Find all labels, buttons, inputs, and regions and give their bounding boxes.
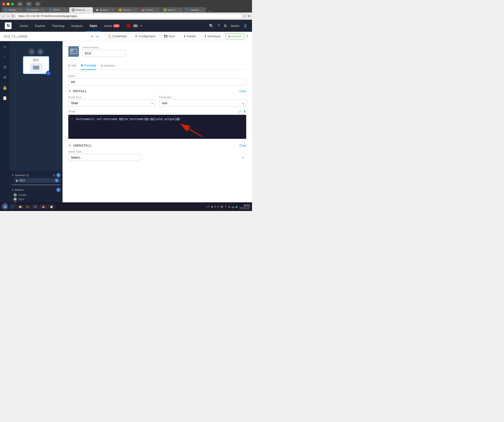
save-button[interactable]: 💾 Save (161, 33, 178, 39)
maximize-window-button[interactable] (11, 3, 14, 6)
service-name-input[interactable] (82, 50, 126, 57)
tab-service[interactable]: Service (101, 62, 114, 69)
tab-nutanix-2[interactable]: 🌐 Nutani... ✕ (24, 7, 46, 13)
user-name[interactable]: Martin (231, 24, 239, 28)
taskbar-icon-1[interactable]: 🖥 (211, 205, 213, 208)
action-create[interactable]: Create (12, 193, 61, 197)
nav-explore[interactable]: Explore (32, 20, 49, 32)
tab-close-3[interactable]: ✕ (64, 9, 66, 11)
services-list-icon[interactable]: ☰ (53, 174, 55, 177)
add-action-button[interactable]: + (56, 188, 61, 192)
tab-blueprint[interactable]: 🔲 Bluepri... ✕ (93, 7, 116, 13)
sidebar-icon-grid[interactable]: ⊞ (2, 64, 7, 70)
sidebar-icon-settings[interactable]: ⚙ (2, 74, 7, 81)
service-delete-button[interactable]: 🗑 (37, 48, 44, 55)
launch-button[interactable]: ▶ Launch (226, 33, 244, 39)
taskbar-icon-4[interactable]: 📷 (220, 205, 223, 208)
nav-alerts[interactable]: Alerts 286 (101, 20, 123, 32)
close-window-button[interactable] (2, 3, 5, 6)
panel-resize-handle[interactable]: ⋮ (57, 102, 63, 109)
taskbar-chrome[interactable]: ◎ (32, 204, 39, 209)
start-button[interactable]: ⊞ (2, 203, 9, 210)
tab-prism[interactable]: 🔲 Prism C... ✕ (69, 7, 93, 13)
action-start[interactable]: ▶ Start (12, 197, 61, 201)
add-service-button[interactable]: + (56, 173, 61, 177)
help-icon[interactable]: ? (218, 24, 220, 28)
service-copy-button[interactable]: ⧉ (28, 48, 35, 55)
tab-close-7[interactable]: ✕ (157, 9, 158, 11)
configuration-button[interactable]: ⚙ Configuration (132, 33, 159, 39)
browser-menu-button[interactable]: ≡ (248, 14, 250, 18)
credential-select[interactable]: root (159, 100, 246, 107)
credentials-button[interactable]: 📋 Credentials (105, 33, 130, 39)
taskbar-icon-5[interactable]: ❓ (224, 205, 227, 208)
tab-martin[interactable]: 🐙 martin... ✕ (139, 7, 161, 13)
addr-back-button[interactable]: ← (2, 14, 5, 18)
nav-planning[interactable]: Planning (49, 20, 68, 32)
download-button[interactable]: ⬇ Download (201, 33, 223, 39)
bookmark-button[interactable]: ☆ (243, 14, 246, 18)
tab-close-4[interactable]: ✕ (88, 9, 90, 11)
search-icon[interactable]: 🔍 (209, 24, 214, 28)
ec2-list-item[interactable]: ▶ EC2 + (14, 178, 61, 183)
sidebar-icon-docs[interactable]: 📋 (1, 95, 8, 101)
help-button[interactable]: ? (246, 34, 248, 38)
undo-button[interactable]: ↩ (91, 34, 94, 38)
actions-section-header[interactable]: ▼ Actions + (12, 187, 61, 193)
sidebar-icon-share[interactable]: ⑂ (3, 54, 7, 60)
taskbar-icon-8[interactable]: 🔊 (235, 205, 238, 208)
taskbar-icon-2[interactable]: 奥 (214, 205, 216, 208)
tab-close-8[interactable]: ✕ (179, 9, 181, 11)
tab-lamp[interactable]: 🟩 lamp c... ✕ (161, 7, 183, 13)
nav-analysis[interactable]: Analysis (68, 20, 86, 32)
sidebar-icon-lock[interactable]: 🔒 (1, 84, 8, 91)
taskbar-icon-3[interactable]: 英 (217, 205, 219, 208)
uninstall-script-type-select[interactable]: Select... (68, 154, 140, 161)
addr-forward-button[interactable]: → (7, 14, 10, 18)
taskbar-firefox[interactable]: 🦊 (40, 205, 47, 209)
tab-close-2[interactable]: ✕ (42, 9, 44, 11)
taskbar-folder[interactable]: 📁 (17, 205, 24, 209)
back-button[interactable]: ⬅ (17, 2, 23, 6)
tab-apac[interactable]: 🌐 APAC-... ✕ (47, 7, 69, 13)
tab-package[interactable]: Package (81, 62, 96, 70)
tab-close-1[interactable]: ✕ (19, 9, 21, 11)
services-section-header[interactable]: ▼ Services (1) ☰ + (12, 172, 61, 178)
tab-amazon[interactable]: 🟠 Amazo... ✕ (116, 7, 139, 13)
name-input[interactable] (68, 78, 246, 85)
nav-status[interactable]: 96 ▼ (123, 20, 146, 32)
new-tab-button[interactable]: + (207, 10, 212, 13)
tab-nutanix-1[interactable]: 🌐 Nutani... ✕ (2, 7, 24, 13)
service-box-ec2[interactable]: EC2 ✕ (23, 56, 49, 74)
addr-refresh-button[interactable]: ↻ (12, 14, 14, 18)
publish-button[interactable]: ⬆ Publish (180, 33, 199, 39)
forward-button[interactable]: ⮕ (26, 2, 32, 6)
script-download-button[interactable]: ⬇ (243, 109, 246, 113)
sidebar-icon-home[interactable]: ⌂ (3, 44, 7, 50)
script-expand-button[interactable]: ⤢ (239, 109, 241, 113)
add-ec2-sub-button[interactable]: + (55, 179, 59, 182)
uninstall-clear-button[interactable]: Clear (239, 144, 246, 147)
uninstall-section-title-row[interactable]: ▼ UNINSTALL (68, 144, 92, 147)
tab-close-6[interactable]: ✕ (134, 9, 136, 11)
nav-home[interactable]: Home (16, 20, 32, 32)
tab-vm[interactable]: VM (68, 62, 76, 69)
nav-apps[interactable]: Apps (86, 20, 101, 32)
taskbar-files[interactable]: 📋 (48, 205, 55, 209)
minimize-window-button[interactable] (7, 3, 10, 6)
install-section-title-row[interactable]: ▼ INSTALL (68, 89, 87, 93)
install-clear-button[interactable]: Clear (239, 90, 246, 93)
tab-close-9[interactable]: ✕ (202, 9, 204, 11)
taskbar-icon-6[interactable]: 🖨 (228, 205, 230, 208)
tab-close-5[interactable]: ✕ (112, 9, 113, 11)
taskbar-media[interactable]: ▶ (25, 205, 31, 209)
service-box-close-button[interactable]: ✕ (46, 71, 51, 76)
redo-button[interactable]: ↪ (96, 34, 99, 38)
address-input[interactable] (16, 13, 242, 19)
tab-mariad[interactable]: 🔵 mariad... ✕ (184, 7, 206, 13)
script-type-select[interactable]: Shell (68, 100, 155, 107)
script-editor[interactable]: 1 hostnamectl set-hostname @@{vm_hostnam… (68, 115, 246, 139)
taskbar-ie[interactable]: e (10, 204, 16, 209)
settings-icon[interactable]: ⚙ (224, 24, 227, 28)
taskbar-icon-7[interactable]: 📺 (231, 205, 234, 208)
